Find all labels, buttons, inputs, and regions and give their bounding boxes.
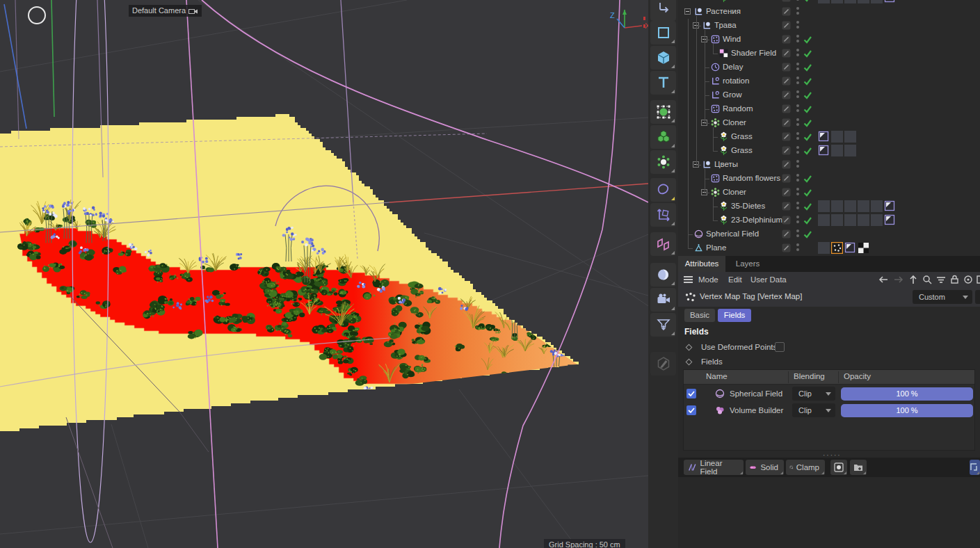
mat-green-thumbnail[interactable] (871, 0, 883, 3)
visibility-dots[interactable] (796, 160, 799, 170)
toolbar-mograph-instance-icon[interactable] (650, 100, 676, 124)
target-icon[interactable] (963, 275, 973, 284)
back-icon[interactable] (878, 275, 889, 284)
vmapsel-thumbnail[interactable] (831, 242, 843, 254)
object-row-Grass[interactable]: Grass (678, 144, 980, 158)
preset-dropdown[interactable]: Custom (913, 290, 972, 304)
toolbar-spline-arrow-icon[interactable] (650, 0, 676, 21)
preset-dropdown-cut[interactable] (975, 290, 980, 304)
toolbar-stage-funnel-icon[interactable] (650, 313, 676, 337)
mat-green-thumbnail[interactable] (871, 200, 883, 212)
filter-icon[interactable] (936, 275, 946, 284)
object-label[interactable]: 35-Dietes (731, 202, 765, 210)
field-row-Spherical Field[interactable]: Spherical FieldClip100 % (684, 385, 974, 402)
corner-thumbnail[interactable] (884, 214, 896, 226)
menu-mode[interactable]: Mode (698, 272, 718, 288)
enabled-check-icon[interactable] (803, 90, 812, 100)
object-label[interactable]: Wind (723, 35, 741, 43)
object-label[interactable]: Cloner (723, 118, 746, 127)
object-row-35-Dietes[interactable]: 35-Dietes (678, 200, 980, 213)
edit-toggle-icon[interactable] (782, 160, 791, 169)
object-label[interactable]: Plane (706, 243, 726, 252)
mat-orange-thumbnail[interactable] (831, 214, 843, 226)
object-label[interactable]: Shader Field (731, 49, 776, 57)
visibility-dots[interactable] (796, 21, 799, 31)
toolbar-voxel-cubes-icon[interactable] (650, 125, 676, 149)
visibility-dots[interactable] (796, 229, 799, 239)
object-row-Spherical Field[interactable]: Spherical Field (678, 227, 980, 241)
object-label[interactable]: Трава (714, 21, 737, 29)
edit-toggle-icon[interactable] (782, 202, 791, 211)
use-deformed-points-checkbox[interactable] (775, 342, 785, 352)
mat-green-thumbnail[interactable] (844, 0, 856, 3)
footer-linear-field-button[interactable]: Linear Field (684, 460, 744, 475)
toolbar-vertex-map-tool-icon[interactable] (650, 232, 676, 256)
mat-red-thumbnail[interactable] (818, 214, 830, 226)
object-label[interactable]: Grass (731, 146, 753, 154)
object-label[interactable]: Random flowers (723, 174, 780, 182)
object-row-Shader Field[interactable]: Shader Field (678, 47, 980, 61)
hamburger-icon[interactable] (683, 275, 694, 284)
mat-green-thumbnail[interactable] (858, 200, 869, 212)
edit-toggle-icon[interactable] (782, 132, 791, 141)
enabled-check-icon[interactable] (803, 229, 812, 239)
object-row-Cloner[interactable]: Cloner (678, 186, 980, 200)
object-row-Plane[interactable]: Plane (678, 241, 980, 255)
tab-attributes[interactable]: Attributes (678, 256, 725, 272)
corner-thumbnail[interactable] (818, 145, 830, 156)
visibility-dots[interactable] (796, 104, 799, 114)
edit-toggle-icon[interactable] (782, 216, 791, 225)
footer-blue-button[interactable] (970, 460, 980, 475)
mat-green-thumbnail[interactable] (844, 200, 856, 212)
object-label[interactable]: Spherical Field (706, 229, 759, 238)
toolbar-edit-pencil-disabled-icon[interactable] (650, 352, 676, 376)
forward-icon[interactable] (893, 275, 903, 284)
object-row-Растения[interactable]: Растения (678, 5, 980, 19)
tab-layers[interactable]: Layers (725, 256, 770, 272)
edit-toggle-icon[interactable] (782, 90, 791, 99)
mat-navy-thumbnail[interactable] (831, 0, 843, 3)
toolbar-axis-workplane-icon[interactable] (650, 203, 676, 227)
edit-toggle-icon[interactable] (782, 7, 791, 16)
visibility-dots[interactable] (796, 202, 799, 211)
cut-icon[interactable] (977, 275, 980, 284)
blending-dropdown[interactable]: Clip (792, 403, 835, 417)
blending-dropdown[interactable]: Clip (792, 387, 835, 401)
object-row-Delay[interactable]: Delay (678, 61, 980, 74)
up-icon[interactable] (908, 275, 918, 284)
visibility-dots[interactable] (796, 243, 799, 253)
lock-icon[interactable] (950, 275, 959, 284)
visibility-dots[interactable] (796, 188, 799, 198)
opacity-bar[interactable]: 100 % (841, 387, 973, 401)
mat-green-thumbnail[interactable] (858, 0, 869, 3)
checker-thumbnail[interactable] (858, 242, 869, 254)
edit-toggle-icon[interactable] (782, 243, 791, 252)
enabled-check-icon[interactable] (803, 118, 812, 128)
object-row-Цветы[interactable]: Цветы (678, 158, 980, 172)
mat-green-thumbnail[interactable] (844, 131, 856, 143)
edit-toggle-icon[interactable] (782, 146, 791, 155)
mat-green-thumbnail[interactable] (831, 131, 843, 143)
object-label[interactable]: Grow (723, 90, 741, 99)
object-label[interactable]: Delay (723, 63, 743, 71)
visibility-dots[interactable] (796, 118, 799, 128)
mat-green-thumbnail[interactable] (831, 145, 843, 156)
visibility-dots[interactable] (796, 76, 799, 86)
visibility-dots[interactable] (796, 132, 799, 142)
viewport-3d[interactable]: Z X Default Camera Grid Spacing : 50 cm (0, 0, 648, 548)
enabled-check-icon[interactable] (803, 216, 812, 225)
edit-toggle-icon[interactable] (782, 229, 791, 239)
visibility-dots[interactable] (796, 90, 799, 100)
object-row-cut[interactable] (678, 0, 980, 5)
toolbar-field-bean-icon[interactable] (650, 178, 676, 202)
field-row-Volume Builder[interactable]: Volume BuilderClip100 % (684, 402, 974, 419)
object-row-Random flowers[interactable]: Random flowers (678, 172, 980, 186)
mat-bluegray-thumbnail[interactable] (818, 200, 830, 212)
enabled-check-icon[interactable] (803, 35, 812, 45)
object-row-rotation[interactable]: rotation (678, 74, 980, 88)
toolbar-mograph-cloner-icon[interactable] (650, 150, 676, 174)
menu-user-data[interactable]: User Data (750, 272, 787, 288)
object-label[interactable]: rotation (723, 76, 749, 85)
expand-toggle[interactable] (684, 8, 691, 15)
toolbar-cube-primitive-icon[interactable] (650, 46, 676, 70)
